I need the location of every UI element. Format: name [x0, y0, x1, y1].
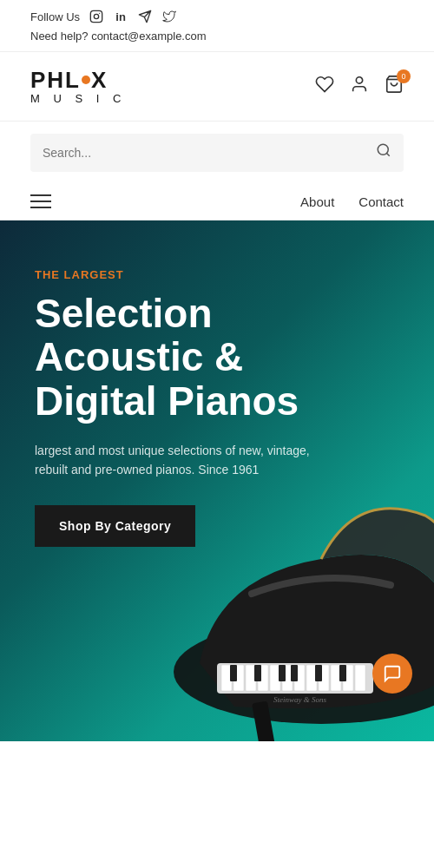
svg-point-3	[356, 77, 362, 83]
nav-about[interactable]: About	[300, 194, 334, 209]
hamburger-line-3	[30, 207, 51, 208]
follow-row: Follow Us in	[30, 9, 404, 24]
hamburger-line-1	[30, 194, 51, 196]
nav-bar: About Contact	[0, 184, 434, 220]
piano-illustration: Steinway & Sons	[130, 464, 434, 741]
header: PHLX M U S I C 0	[0, 52, 434, 122]
wishlist-icon[interactable]	[315, 75, 334, 98]
hero-title-line1: Selection	[35, 291, 213, 336]
svg-rect-25	[291, 665, 298, 681]
search-input[interactable]	[43, 134, 376, 172]
nav-links: About Contact	[300, 194, 404, 209]
svg-rect-0	[90, 10, 102, 22]
svg-rect-24	[279, 665, 286, 681]
twitter-icon[interactable]	[161, 9, 177, 24]
linkedin-icon[interactable]: in	[113, 9, 128, 24]
email-link[interactable]: contact@example.com	[91, 30, 206, 43]
follow-label: Follow Us	[30, 10, 80, 23]
logo-dot	[82, 76, 90, 84]
svg-rect-26	[315, 665, 322, 681]
search-container	[30, 134, 404, 172]
hamburger-line-2	[30, 201, 51, 202]
search-button[interactable]	[376, 142, 391, 162]
nav-contact[interactable]: Contact	[358, 194, 404, 209]
svg-point-2	[99, 13, 100, 14]
header-icons: 0	[315, 75, 404, 98]
svg-point-5	[378, 145, 388, 155]
hamburger-menu[interactable]	[30, 194, 51, 208]
svg-rect-23	[254, 665, 261, 681]
hero-title-line3: Digital Pianos	[35, 378, 299, 424]
logo-bottom: M U S I C	[30, 93, 126, 105]
cart-badge: 0	[397, 69, 411, 83]
instagram-icon[interactable]	[89, 9, 104, 24]
hero-title: Selection Acoustic & Digital Pianos	[35, 292, 399, 424]
logo: PHLX M U S I C	[30, 68, 126, 105]
account-icon[interactable]	[350, 75, 369, 98]
hero-tag: THE LARGEST	[35, 268, 399, 281]
svg-rect-22	[230, 665, 237, 681]
help-text: Need help? contact@example.com	[30, 30, 404, 43]
svg-rect-27	[339, 665, 346, 681]
hero-title-line2: Acoustic &	[35, 334, 243, 379]
chat-bubble[interactable]	[372, 654, 412, 694]
svg-rect-21	[355, 665, 365, 691]
svg-point-1	[94, 14, 98, 18]
svg-text:Steinway & Sons: Steinway & Sons	[273, 695, 326, 704]
hero-section: THE LARGEST Selection Acoustic & Digital…	[0, 220, 434, 741]
svg-line-6	[386, 154, 389, 156]
top-bar: Follow Us in Need help?	[0, 0, 434, 52]
logo-top: PHLX	[30, 68, 126, 93]
cart-icon[interactable]: 0	[385, 75, 404, 98]
telegram-icon[interactable]	[137, 9, 153, 24]
social-icons: in	[89, 9, 177, 24]
